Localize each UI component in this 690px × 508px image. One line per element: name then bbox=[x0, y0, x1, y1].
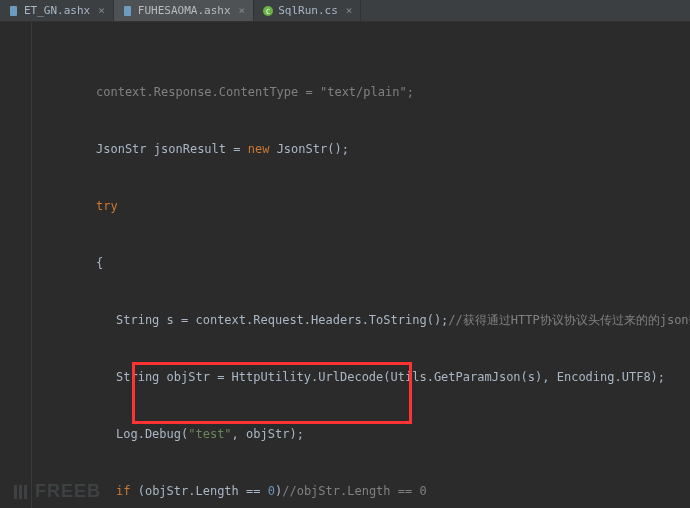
tab-get-gn[interactable]: ET_GN.ashx × bbox=[0, 0, 114, 21]
tab-fuhesaoma[interactable]: FUHESAOMA.ashx × bbox=[114, 0, 254, 21]
code-line: if (objStr.Length == 0)//objStr.Length =… bbox=[6, 482, 690, 501]
code-line: { bbox=[6, 254, 690, 273]
code-line: Log.Debug("test", objStr); bbox=[6, 425, 690, 444]
code-line: String s = context.Request.Headers.ToStr… bbox=[6, 311, 690, 330]
code-line: context.Response.ContentType = "text/pla… bbox=[6, 83, 690, 102]
code-line: JsonStr jsonResult = new JsonStr(); bbox=[6, 140, 690, 159]
tab-bar: ET_GN.ashx × FUHESAOMA.ashx × C SqlRun.c… bbox=[0, 0, 690, 22]
tab-label: FUHESAOMA.ashx bbox=[138, 4, 231, 17]
code-line: String objStr = HttpUtility.UrlDecode(Ut… bbox=[6, 368, 690, 387]
tab-label: SqlRun.cs bbox=[278, 4, 338, 17]
file-icon bbox=[8, 5, 20, 17]
svg-rect-1 bbox=[124, 6, 131, 16]
file-icon bbox=[122, 5, 134, 17]
code-line: try bbox=[6, 197, 690, 216]
close-icon[interactable]: × bbox=[239, 4, 246, 17]
close-icon[interactable]: × bbox=[346, 4, 353, 17]
svg-text:C: C bbox=[266, 8, 270, 16]
tab-label: ET_GN.ashx bbox=[24, 4, 90, 17]
csharp-icon: C bbox=[262, 5, 274, 17]
tab-sqlrun[interactable]: C SqlRun.cs × bbox=[254, 0, 361, 21]
code-editor[interactable]: context.Response.ContentType = "text/pla… bbox=[0, 22, 690, 508]
close-icon[interactable]: × bbox=[98, 4, 105, 17]
svg-rect-0 bbox=[10, 6, 17, 16]
